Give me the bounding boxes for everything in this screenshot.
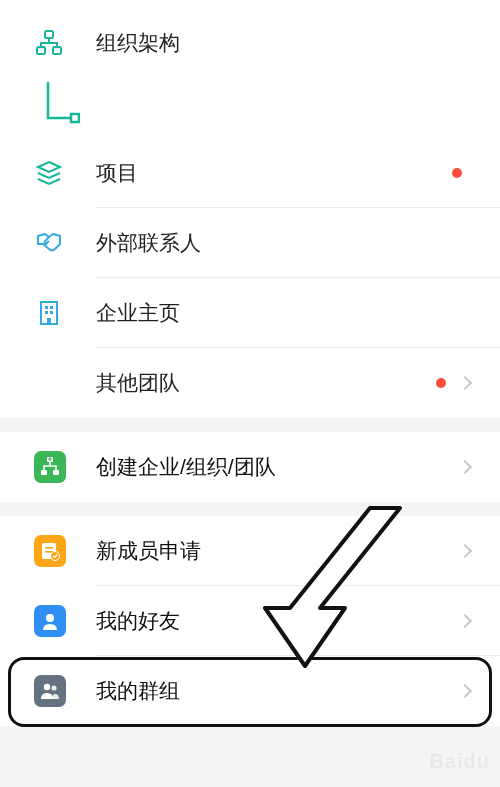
row-label: 组织架构	[96, 29, 470, 57]
row-label: 企业主页	[96, 299, 470, 327]
svg-rect-1	[37, 47, 45, 54]
row-label: 我的群组	[96, 677, 454, 705]
row-label: 项目	[96, 159, 452, 187]
group-icon	[34, 675, 66, 707]
handshake-icon	[34, 228, 64, 258]
svg-rect-12	[53, 470, 59, 475]
svg-rect-7	[45, 311, 48, 314]
row-company-homepage[interactable]: 企业主页	[0, 278, 500, 348]
member-request-icon	[34, 535, 66, 567]
notification-dot	[452, 168, 462, 178]
building-icon	[34, 298, 64, 328]
row-my-groups[interactable]: 我的群组	[0, 656, 500, 726]
friend-icon	[34, 605, 66, 637]
chevron-right-icon	[458, 376, 472, 390]
svg-rect-8	[50, 311, 53, 314]
row-member-request[interactable]: 新成员申请	[0, 516, 500, 586]
chevron-right-icon	[458, 460, 472, 474]
row-label: 新成员申请	[96, 537, 454, 565]
svg-rect-2	[53, 47, 61, 54]
org-icon	[34, 28, 64, 58]
svg-rect-14	[45, 547, 53, 549]
svg-point-19	[51, 685, 56, 690]
svg-rect-0	[45, 31, 53, 38]
row-create-org[interactable]: 创建企业/组织/团队	[0, 432, 500, 502]
section-contacts: 新成员申请 我的好友	[0, 516, 500, 726]
svg-rect-9	[47, 318, 51, 324]
layers-icon	[34, 158, 64, 188]
row-label: 创建企业/组织/团队	[96, 453, 454, 481]
section-create: 创建企业/组织/团队	[0, 432, 500, 502]
row-label: 我的好友	[96, 607, 454, 635]
chevron-right-icon	[458, 544, 472, 558]
row-org-structure[interactable]: 组织架构	[0, 0, 500, 80]
row-label: 其他团队	[96, 369, 436, 397]
chevron-right-icon	[458, 684, 472, 698]
svg-point-18	[44, 684, 50, 690]
row-external-contacts[interactable]: 外部联系人	[0, 208, 500, 278]
svg-rect-5	[45, 306, 48, 309]
svg-rect-6	[50, 306, 53, 309]
svg-point-17	[46, 614, 54, 622]
svg-rect-11	[41, 470, 47, 475]
watermark: Baidu	[429, 750, 490, 773]
notification-dot	[436, 378, 446, 388]
row-other-teams[interactable]: 其他团队	[0, 348, 500, 418]
chevron-right-icon	[458, 614, 472, 628]
section-org: 组织架构 项目	[0, 0, 500, 418]
row-label: 外部联系人	[96, 229, 470, 257]
row-projects[interactable]: 项目	[0, 138, 500, 208]
row-my-friends[interactable]: 我的好友	[0, 586, 500, 656]
create-org-icon	[34, 451, 66, 483]
